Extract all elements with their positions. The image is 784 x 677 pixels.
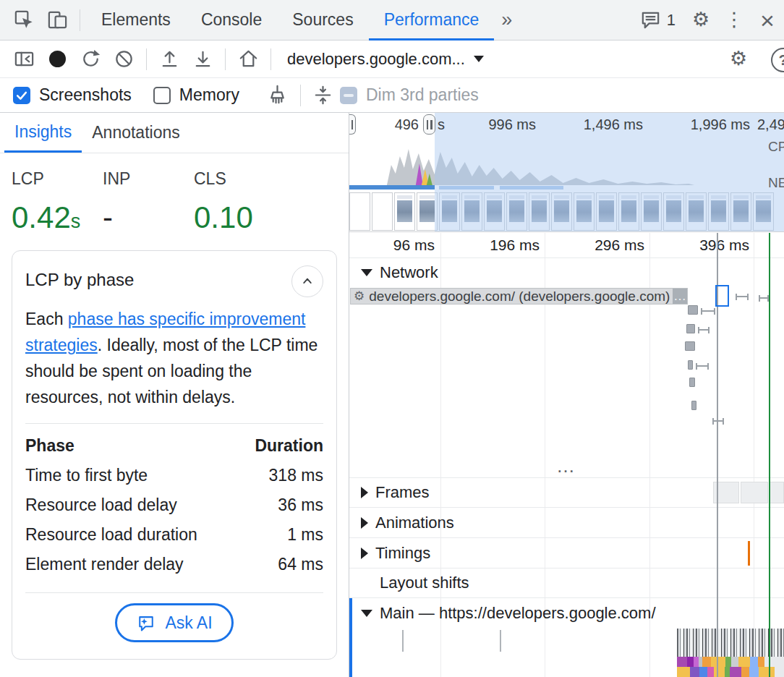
screenshot-thumbnail[interactable] [551,192,572,231]
flame-segment[interactable] [699,667,707,677]
flame-segment[interactable] [775,667,784,677]
flame-segment[interactable] [741,667,749,677]
screenshot-thumbnail[interactable] [708,192,729,231]
tab-console[interactable]: Console [186,0,277,41]
issues-button[interactable]: 1 [639,9,676,31]
home-button[interactable] [231,43,265,75]
screenshot-thumbnail[interactable] [641,192,662,231]
track-timings[interactable]: Timings [349,538,784,569]
settings-gear-icon[interactable]: ⚙ [684,4,717,36]
network-request-bar[interactable] [688,305,698,315]
record-button[interactable] [41,43,74,75]
screenshot-thumbnail[interactable] [394,192,415,231]
flame-segment[interactable] [677,657,687,667]
flame-segment[interactable] [694,657,699,667]
flame-segment[interactable] [711,657,725,667]
network-whisker[interactable] [759,295,769,302]
screenshot-thumbnail[interactable] [618,192,639,231]
kebab-menu-icon[interactable]: ⋮ [717,4,751,36]
device-toolbar-button[interactable] [41,4,74,36]
network-track-header[interactable]: Network [349,259,784,286]
overview-right-handle[interactable] [423,114,435,135]
frame-strip [770,482,784,503]
metric-cls[interactable]: CLS 0.10 [194,169,285,235]
flame-segment[interactable] [731,657,738,667]
network-whisker[interactable] [701,308,715,315]
more-tabs-button[interactable]: » [494,9,519,31]
screenshot-thumbnail[interactable] [484,192,505,231]
screenshot-thumbnail[interactable] [753,192,774,231]
tab-performance[interactable]: Performance [369,0,495,41]
metric-lcp[interactable]: LCP 0.42s [12,169,103,235]
screenshot-thumbnail[interactable] [372,192,393,231]
screenshot-thumbnail[interactable] [596,192,617,231]
ask-ai-button[interactable]: Ask AI [115,603,233,642]
network-request-bar[interactable] [688,360,693,370]
flame-segment[interactable] [730,667,741,677]
track-animations[interactable]: Animations [349,508,784,538]
flame-segment[interactable] [738,657,750,667]
flame-segment[interactable] [764,657,784,667]
tab-annotations[interactable]: Annotations [82,113,189,153]
network-request-bar[interactable] [689,378,695,387]
overview-left-handle[interactable] [349,114,356,135]
flame-segment[interactable] [750,657,758,667]
screenshot-thumbnail[interactable] [439,192,460,231]
metric-inp[interactable]: INP - [103,169,194,235]
record-and-reload-button[interactable] [74,43,107,75]
memory-checkbox[interactable]: Memory [153,85,239,105]
capture-settings-gear-icon[interactable]: ⚙ [722,43,755,75]
screenshot-thumbnail[interactable] [349,192,370,231]
save-profile-button[interactable] [186,43,219,75]
screenshot-thumbnail[interactable] [663,192,684,231]
flame-segment[interactable] [702,657,711,667]
network-request-bar[interactable] [685,341,695,351]
tab-sources[interactable]: Sources [277,0,368,41]
network-whisker[interactable] [736,294,749,300]
dropdown-caret-icon [474,56,484,62]
network-request-bar[interactable] [686,324,695,333]
screenshot-thumbnail[interactable] [417,192,438,231]
screenshot-thumbnail[interactable] [461,192,482,231]
flame-segment[interactable] [758,657,764,667]
screenshot-thumbnail[interactable] [574,192,595,231]
tab-elements[interactable]: Elements [86,0,186,41]
network-resize-handle[interactable]: … [349,459,784,473]
tab-insights[interactable]: Insights [4,113,82,153]
collect-garbage-button[interactable] [261,80,294,111]
timeline-overview[interactable]: 496 s 996 ms 1,496 ms 1,996 ms 2,496 ms … [349,113,784,232]
flame-segment[interactable] [677,667,690,677]
network-whisker[interactable] [712,418,724,425]
load-profile-button[interactable] [153,43,186,75]
inspect-element-button[interactable] [7,4,41,36]
screenshots-checkbox[interactable]: Screenshots [13,85,132,105]
dim-3rd-parties-checkbox[interactable]: Dim 3rd parties [340,85,479,105]
close-icon[interactable]: × [751,4,784,36]
flame-segment[interactable] [714,667,725,677]
screenshot-thumbnail[interactable] [529,192,550,231]
flame-segment[interactable] [749,667,759,677]
page-url-selector[interactable]: developers.google.com... [277,50,494,69]
collapse-button[interactable] [307,80,340,111]
flame-segment[interactable] [687,657,694,667]
network-request-main[interactable]: ⚙ developers.google.com/ (developers.goo… [350,288,688,305]
collapse-card-button[interactable] [291,265,323,297]
clear-button[interactable] [107,43,140,75]
cpu-axis-label: CPU [768,139,784,155]
flame-segment[interactable] [725,667,730,677]
screenshot-thumbnail[interactable] [686,192,707,231]
flame-segment[interactable] [725,657,731,667]
flame-segment[interactable] [690,667,699,677]
toggle-sidebar-button[interactable] [7,43,41,75]
help-icon[interactable]: ? [771,48,784,72]
track-main-thread[interactable]: Main — https://developers.google.com/ [349,598,784,629]
flame-segment[interactable] [759,667,775,677]
flame-barcode[interactable] [677,629,784,657]
screenshot-thumbnail[interactable] [730,192,751,231]
network-whisker[interactable] [698,327,710,333]
network-whisker[interactable] [696,363,709,370]
track-layout-shifts[interactable]: Layout shifts [349,569,784,598]
screenshot-thumbnail[interactable] [506,192,527,231]
flame-segment[interactable] [707,667,714,677]
network-request-bar[interactable] [691,401,696,410]
